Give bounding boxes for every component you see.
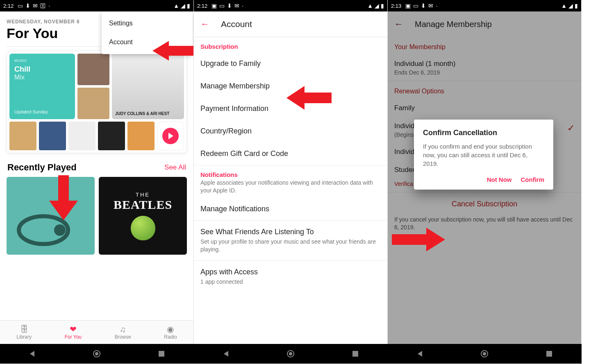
svg-marker-4 [49, 175, 78, 220]
account-header: ← Account [194, 11, 387, 37]
recently-played-heading: Recently Played [7, 162, 77, 173]
svg-marker-11 [224, 351, 228, 357]
status-icons-left: ▣ ▭ ⬇ ✉ · [211, 2, 243, 9]
svg-point-17 [483, 352, 486, 355]
apple-icon [131, 216, 155, 240]
library-icon: 🗄 [20, 325, 28, 333]
not-now-button[interactable]: Not Now [487, 176, 512, 183]
tab-label: Library [16, 334, 32, 340]
status-bar: 2:12 ▣ ▭ ⬇ ✉ · ▲ ◢ ▮ [194, 0, 387, 11]
key-icon: ⚿ [40, 2, 46, 9]
friends-desc: Set up your profile to share your music … [200, 238, 381, 253]
album-thumb[interactable] [98, 122, 125, 150]
nav-recent-button[interactable] [541, 346, 557, 362]
image-icon: ▣ [211, 2, 217, 9]
chill-mix-tile[interactable]: MUSIC Chill Mix Updated Sunday [9, 54, 75, 119]
album-thumb[interactable] [9, 122, 36, 150]
signal-icon: ◢ [181, 2, 185, 9]
album-beatles[interactable]: THE BEATLES [99, 177, 187, 255]
dot-icon: · [48, 2, 50, 9]
nav-back-button[interactable] [412, 346, 428, 362]
battery-icon: ▮ [187, 2, 190, 9]
status-icons-left: ▭ ⬇ ✉ ⚿ · [18, 2, 50, 9]
arrow-cancel-subscription [392, 226, 445, 255]
nav-recent-button[interactable] [153, 346, 170, 362]
dialog-body: If you confirm and end your subscription… [423, 142, 544, 168]
dot-icon: · [242, 2, 243, 9]
for-you-card[interactable]: MUSIC Chill Mix Updated Sunday JUDY COLL… [7, 51, 187, 153]
see-friends-listening[interactable]: See What Friends Are Listening To Set up… [194, 221, 387, 260]
svg-marker-5 [286, 86, 332, 110]
android-nav-bar [388, 344, 582, 364]
country-region[interactable]: Country/Region [194, 120, 387, 142]
dialog-title: Confirm Cancellation [423, 129, 544, 137]
android-nav-bar [0, 344, 194, 364]
signal-icon: ◢ [375, 2, 379, 9]
album-thumb[interactable] [39, 122, 66, 150]
chill-title: Chill [14, 65, 70, 74]
status-time: 2:12 [3, 3, 14, 9]
svg-marker-15 [418, 351, 422, 357]
upgrade-to-family[interactable]: Upgrade to Family [194, 52, 387, 75]
dot-icon: · [436, 2, 437, 9]
nav-recent-button[interactable] [347, 346, 364, 362]
android-nav-bar [194, 344, 388, 364]
svg-point-3 [54, 224, 66, 236]
page-title: Account [221, 19, 252, 29]
album-thumb [77, 88, 109, 119]
status-icons-right: ▲ ◢ ▮ [173, 2, 190, 9]
beatles-the: THE [136, 192, 150, 198]
tab-for-you[interactable]: ❤ For You [65, 325, 82, 340]
confirm-cancellation-dialog: Confirm Cancellation If you confirm and … [414, 120, 553, 190]
play-button-tile[interactable] [157, 122, 184, 150]
see-all-link[interactable]: See All [164, 163, 186, 172]
tab-label: For You [65, 334, 82, 340]
image-icon: ▣ [405, 2, 411, 9]
nav-back-button[interactable] [24, 346, 41, 362]
album-thumb[interactable] [68, 122, 95, 150]
redeem-gift-card[interactable]: Redeem Gift Card or Code [194, 142, 387, 165]
svg-rect-14 [352, 351, 358, 357]
chat-icon: ▭ [219, 2, 225, 9]
nav-home-button[interactable] [89, 346, 105, 362]
chill-subtitle: Mix [14, 74, 70, 81]
recently-played-row[interactable]: THE BEATLES [7, 177, 187, 255]
album-stack[interactable] [77, 54, 109, 119]
back-arrow-icon[interactable]: ← [200, 19, 209, 29]
heart-icon: ❤ [70, 325, 77, 333]
chat-icon: ▭ [413, 2, 418, 9]
nav-back-button[interactable] [218, 346, 234, 362]
tab-library[interactable]: 🗄 Library [16, 325, 32, 340]
svg-marker-7 [30, 351, 34, 357]
status-icons-right: ▲ ◢ ▮ [561, 2, 578, 9]
svg-point-13 [289, 352, 292, 355]
chill-updated: Updated Sunday [14, 109, 70, 114]
nav-home-button[interactable] [476, 346, 493, 362]
apple-music-label: MUSIC [14, 59, 70, 63]
wifi-icon: ▲ [173, 2, 179, 9]
album-thumb[interactable] [127, 122, 155, 150]
friends-title: See What Friends Are Listening To [200, 228, 381, 236]
tab-radio[interactable]: ◉ Radio [164, 325, 177, 340]
arrow-account [152, 38, 193, 65]
confirm-button[interactable]: Confirm [521, 176, 545, 183]
tab-browse[interactable]: ♫ Browse [115, 325, 131, 340]
tab-label: Browse [115, 334, 131, 340]
mail-icon: ✉ [33, 2, 38, 9]
radio-icon: ◉ [167, 325, 174, 333]
nav-home-button[interactable] [282, 346, 299, 362]
status-icons-left: ▣ ▭ ⬇ ✉ · [405, 2, 437, 9]
notifications-desc: Apple associates your notifications view… [194, 179, 387, 198]
play-icon [162, 128, 179, 144]
menu-item-settings[interactable]: Settings [102, 14, 193, 33]
apps-title: Apps with Access [200, 268, 381, 276]
status-icons-right: ▲ ◢ ▮ [367, 2, 384, 9]
download-icon: ⬇ [25, 2, 30, 9]
apps-with-access[interactable]: Apps with Access 1 app connected [194, 261, 387, 293]
mail-icon: ✉ [234, 2, 239, 9]
mail-icon: ✉ [428, 2, 433, 9]
note-icon: ♫ [120, 325, 126, 333]
svg-rect-10 [159, 351, 164, 357]
download-icon: ⬇ [421, 2, 426, 9]
manage-notifications[interactable]: Manage Notifications [194, 198, 387, 220]
